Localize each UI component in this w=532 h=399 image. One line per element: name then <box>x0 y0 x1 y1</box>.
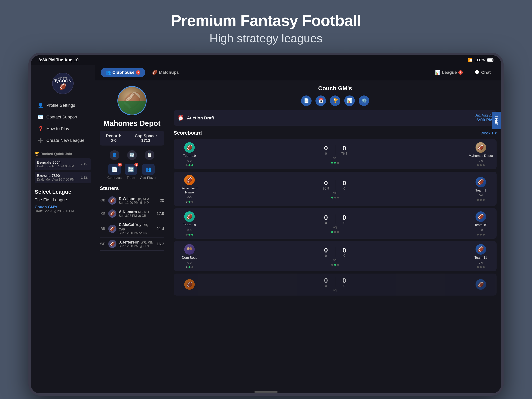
main-columns: 🏈 Mahomes Depot Record: 0-0 Cap Space: $… <box>95 80 501 393</box>
matchup-scores-3: 0 0 0 0 VS <box>204 246 466 266</box>
league-icon-stats[interactable]: 📊 <box>344 96 355 106</box>
add-player-label: Add Player <box>140 176 156 180</box>
vs-label-0: VS <box>333 156 337 160</box>
battery-percent: 100% <box>475 58 485 62</box>
sidebar-create-label: Create New League <box>46 138 84 143</box>
tab-clubhouse[interactable]: 👥 Clubhouse 9 <box>101 68 145 77</box>
page-subtitle: High strategy leagues <box>171 32 361 45</box>
clubhouse-icon: 👥 <box>106 70 111 75</box>
league-name-sidebar: The First League <box>31 196 95 204</box>
league-icon-trophy[interactable]: 🏆 <box>330 96 340 106</box>
history-icon-btn[interactable]: 🔄 <box>127 150 137 160</box>
player-thumb-1: 🏈 <box>108 209 116 218</box>
pos-qb: QB <box>100 199 106 202</box>
howto-icon: ❓ <box>38 126 43 131</box>
ranked-title: 🏆 Ranked Quick Join <box>35 152 91 156</box>
pos-wr: WR <box>100 242 106 246</box>
team12-avatar: 🏈 <box>184 279 195 290</box>
week-selector[interactable]: Week 1 ▾ <box>480 131 497 135</box>
matchup-row-4[interactable]: 🏈 0 0 0 0 <box>174 274 497 296</box>
matchup-left-4: 🏈 <box>177 279 202 290</box>
team-buttons: 📄 9 Contracts 🔄 1 Trade <box>100 164 164 180</box>
pos-rb-1: RB <box>100 227 106 231</box>
contracts-btn[interactable]: 📄 9 Contracts <box>108 164 122 180</box>
vs-divider <box>335 145 335 155</box>
app-content: LEAGUE TyCOON 🏈 👤 Profile Settings ✉️ Co… <box>31 65 501 393</box>
mahomes-avatar: 🏈 <box>475 142 486 153</box>
player-info-1: A.Kamara RB, NO Sun 3:26 PM vs GB <box>119 210 154 218</box>
matchup-scores-1: 0 50.9 0 0 VS <box>204 179 466 199</box>
team-avatar-area: 🏈 <box>100 86 164 115</box>
contracts-badge: 9 <box>118 163 122 167</box>
ranked-item-1[interactable]: Browns 7890 Draft: Mon Aug 16 7:00 PM 6/… <box>35 172 91 183</box>
contact-icon: ✉️ <box>38 114 43 120</box>
add-player-btn-icon: 👥 <box>142 164 155 175</box>
clubhouse-label: Clubhouse <box>112 70 134 75</box>
team-panel: 🏈 Mahomes Depot Record: 0-0 Cap Space: $… <box>95 80 169 393</box>
ipad-frame: 3:30 PM Tue Aug 10 📶 100% LEAGUE TyCOON … <box>28 53 504 396</box>
clubhouse-badge: 9 <box>136 70 140 75</box>
league-icon-settings[interactable]: ⚙️ <box>359 96 369 106</box>
contracts-label: Contracts <box>108 176 122 180</box>
matchup-row-1[interactable]: 🏈 Better Team Name 0-0 3 <box>174 172 497 206</box>
nav-group-left: 👥 Clubhouse 9 🏈 Matchups <box>101 68 184 77</box>
status-bar: 3:30 PM Tue Aug 10 📶 100% <box>31 55 501 65</box>
roster-icon-btn[interactable]: 👤 <box>110 150 119 160</box>
tab-chat[interactable]: 💬 Chat <box>470 68 495 77</box>
draft-icon: ⏰ <box>177 115 184 121</box>
nav-group-right: 📊 League 9 💬 Chat <box>430 68 495 77</box>
matchup-right-3: 🏈 Team 11 0-0 <box>468 244 494 268</box>
wifi-icon: 📶 <box>468 58 473 62</box>
ranked-section: 🏆 Ranked Quick Join Bengals 6004 Draft: … <box>31 148 95 187</box>
select-league-section: Select League The First League Couch GM'… <box>31 187 95 214</box>
scrollbar-indicator <box>254 391 278 393</box>
page-header: Premium Fantasy Football High strategy l… <box>171 0 361 53</box>
add-player-btn[interactable]: 👥 Add Player <box>140 164 156 180</box>
draft-banner: ⏰ Auction Draft Sat, Aug 28 6:00 PM <box>174 110 497 126</box>
player-thumb-0: 🏈 <box>108 196 116 205</box>
matchup-scores-4: 0 0 0 0 VS <box>204 277 466 292</box>
trade-label: Trade <box>127 176 135 180</box>
sidebar: LEAGUE TyCOON 🏈 👤 Profile Settings ✉️ Co… <box>31 65 95 393</box>
team11-avatar: 🏈 <box>475 244 486 255</box>
sidebar-menu: 👤 Profile Settings ✉️ Contact Support ❓ … <box>31 100 95 146</box>
select-league-title: Select League <box>31 187 95 196</box>
team-cap: Cap Space: $713 <box>132 134 160 143</box>
league-icon-cal[interactable]: 📅 <box>316 96 326 106</box>
dot <box>191 164 193 166</box>
player-photo: 🏈 <box>118 87 146 115</box>
matchups-icon: 🏈 <box>152 70 157 75</box>
league-icon-doc[interactable]: 📄 <box>301 96 311 106</box>
trade-badge: 1 <box>134 163 138 167</box>
team-stats-row: Record: 0-0 Cap Space: $713 <box>100 131 164 146</box>
league-label: League <box>442 70 457 75</box>
right-panel-tabs: Team <box>492 112 501 129</box>
ranked-item-0[interactable]: Bengals 6004 Draft: Sun Aug 15 4:00 PM 2… <box>35 158 91 170</box>
tab-league[interactable]: 📊 League 9 <box>430 68 467 77</box>
league-badge: 9 <box>458 70 463 75</box>
starters-title: Starters <box>100 185 164 191</box>
matchup-left-0: 🏈 Team 19 0-0 <box>177 142 202 166</box>
player-row-1: RB 🏈 A.Kamara RB, NO Sun 3:26 PM vs GB 1… <box>100 207 164 220</box>
matchup-dots-right-0 <box>477 164 485 166</box>
trade-btn[interactable]: 🔄 1 Trade <box>125 164 137 180</box>
matchup-row-0[interactable]: 🏈 Team 19 0-0 <box>174 139 497 169</box>
sidebar-item-howto[interactable]: ❓ How to Play <box>35 123 91 134</box>
matchup-row-3[interactable]: Dem Boys 0-0 1 0 <box>174 241 497 271</box>
player-row-0: QB 🏈 R.Wilson QB, SEA Sun 12:00 PM @ IND… <box>100 194 164 207</box>
sidebar-item-create[interactable]: ➕ Create New League <box>35 135 91 146</box>
sidebar-howto-label: How to Play <box>46 126 69 131</box>
team9-avatar: 🏈 <box>475 177 486 187</box>
player-row-3: WR 🏈 J.Jefferson WR, MIN Sun 12:00 PM @ … <box>100 238 164 251</box>
svg-point-0 <box>187 247 190 250</box>
tab-matchups[interactable]: 🏈 Matchups <box>147 68 184 77</box>
sidebar-profile-label: Profile Settings <box>46 103 75 108</box>
team-avatar: 🏈 <box>117 86 147 115</box>
status-indicators: 📶 100% <box>468 58 494 62</box>
sidebar-item-contact[interactable]: ✉️ Contact Support <box>35 112 91 122</box>
matchup-dots-center-0: 4 <box>331 162 339 164</box>
matchup-row-2[interactable]: 🏈 Team 18 0-0 <box>174 208 497 238</box>
notes-icon-btn[interactable]: 📋 <box>145 150 154 160</box>
tab-team[interactable]: Team <box>492 112 501 129</box>
sidebar-item-profile[interactable]: 👤 Profile Settings <box>35 100 91 111</box>
